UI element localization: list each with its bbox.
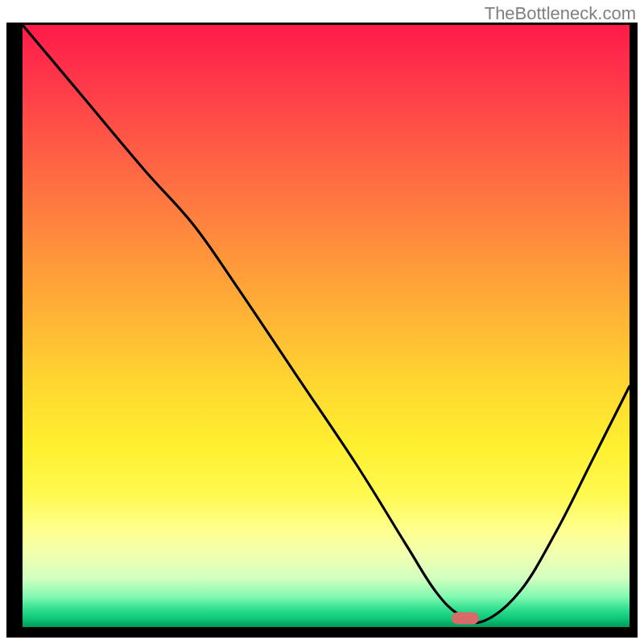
watermark-text: TheBottleneck.com [485, 3, 636, 24]
chart-frame [6, 23, 638, 638]
curve-svg [23, 25, 630, 627]
optimal-point-marker [452, 612, 479, 624]
bottleneck-curve [23, 25, 630, 623]
plot-area [23, 25, 630, 627]
